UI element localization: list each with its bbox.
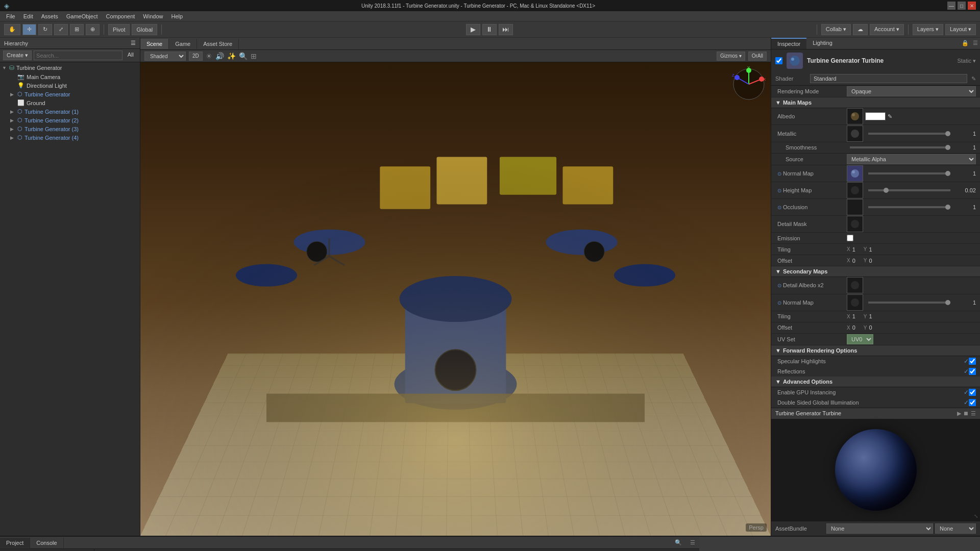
menu-edit[interactable]: Edit (19, 12, 37, 20)
secondary-normal-map-texture-slot[interactable] (847, 294, 863, 311)
occlusion-slider[interactable] (868, 206, 950, 208)
main-maps-header[interactable]: ▼ Main Maps (771, 97, 980, 108)
asset-bundle-variant-select[interactable]: None (935, 523, 976, 534)
collab-button[interactable]: Collab ▾ (821, 24, 851, 35)
preview-zoom-icon[interactable]: ⤡ (974, 513, 978, 519)
all-button[interactable]: OrAll (748, 52, 767, 61)
account-button[interactable]: Account ▾ (870, 24, 904, 35)
albedo-color-swatch[interactable] (865, 112, 886, 120)
hand-tool[interactable]: ✋ (4, 24, 20, 35)
offset-y-value[interactable]: 0 (869, 258, 872, 264)
sec-tiling-x-value[interactable]: 1 (852, 313, 855, 319)
project-search-icon[interactable]: 🔍 (671, 537, 686, 548)
lighting-icon[interactable]: ☀ (206, 52, 212, 60)
tab-project[interactable]: Project (0, 538, 30, 548)
hierarchy-item-turbine-4[interactable]: ▶ ⬡ Turbine Generator (4) (0, 133, 140, 142)
transform-tool[interactable]: ⊕ (86, 24, 100, 35)
hierarchy-item-turbine-2[interactable]: ▶ ⬡ Turbine Generator (2) (0, 116, 140, 124)
reflections-checkbox[interactable] (969, 368, 976, 375)
hierarchy-item-ground[interactable]: ⬜ Ground (0, 98, 140, 107)
smoothness-slider[interactable] (850, 146, 950, 148)
layout-button[interactable]: Layout ▾ (945, 24, 976, 35)
shader-value[interactable]: Standard (810, 74, 967, 83)
scale-tool[interactable]: ⤢ (54, 24, 68, 35)
metallic-texture-slot[interactable] (847, 126, 863, 142)
tiling-y-value[interactable]: 1 (869, 246, 872, 253)
preview-stop-button[interactable]: ⏹ (963, 410, 969, 417)
preview-options-button[interactable]: ☰ (971, 410, 976, 417)
fx-icon[interactable]: ✨ (227, 52, 236, 60)
tab-lighting[interactable]: Lighting (806, 38, 839, 49)
hierarchy-item-main-camera[interactable]: 📷 Main Camera (0, 72, 140, 81)
layers-button[interactable]: Layers ▾ (913, 24, 943, 35)
hierarchy-item-turbine-1[interactable]: ▶ ⬡ Turbine Generator (1) (0, 107, 140, 116)
hierarchy-item-turbine-3[interactable]: ▶ ⬡ Turbine Generator (3) (0, 124, 140, 133)
preview-play-button[interactable]: ▶ (957, 410, 961, 417)
grid-icon[interactable]: ⊞ (251, 52, 257, 60)
move-tool[interactable]: ✛ (22, 24, 36, 35)
hierarchy-item-directional-light[interactable]: 💡 Directional Light (0, 81, 140, 90)
advanced-options-header[interactable]: ▼ Advanced Options (771, 377, 980, 387)
normal-map-texture-slot[interactable] (847, 165, 863, 182)
hierarchy-item-turbine-generator-root[interactable]: ▼ ⛁ Turbine Generator (0, 63, 140, 72)
cloud-button[interactable]: ☁ (853, 24, 868, 35)
step-button[interactable]: ⏭ (499, 24, 513, 35)
menu-window[interactable]: Window (139, 12, 167, 20)
rotate-tool[interactable]: ↻ (38, 24, 52, 35)
menu-file[interactable]: File (2, 12, 19, 20)
detail-mask-texture-slot[interactable] (847, 216, 863, 232)
gizmos-button[interactable]: Gizmos ▾ (717, 52, 745, 61)
height-map-slider[interactable] (868, 189, 950, 191)
sec-tiling-y-value[interactable]: 1 (869, 313, 872, 319)
asset-bundle-select[interactable]: None (826, 523, 933, 534)
gpu-instancing-checkbox[interactable] (969, 389, 976, 396)
inspector-menu-icon[interactable]: ☰ (971, 38, 980, 49)
maximize-button[interactable]: □ (958, 2, 966, 10)
inspector-lock-icon[interactable]: 🔒 (960, 38, 971, 49)
audio-icon[interactable]: 🔊 (215, 52, 224, 60)
uv-set-select[interactable]: UV0 UV1 (847, 334, 873, 344)
hierarchy-search-input[interactable] (34, 51, 122, 60)
hierarchy-all-button[interactable]: All (125, 51, 137, 60)
metallic-slider[interactable] (868, 133, 950, 135)
project-options-icon[interactable]: ☰ (686, 537, 699, 548)
shading-mode-dropdown[interactable]: Shaded Wireframe (144, 52, 186, 61)
2d-toggle[interactable]: 2D (189, 52, 203, 61)
offset-x-value[interactable]: 0 (852, 258, 855, 264)
albedo-edit-icon[interactable]: ✎ (888, 113, 892, 120)
pivot-button[interactable]: Pivot (108, 24, 130, 35)
menu-assets[interactable]: Assets (37, 12, 62, 20)
play-button[interactable]: ▶ (466, 24, 480, 35)
tab-asset-store[interactable]: Asset Store (197, 39, 239, 49)
rendering-mode-select[interactable]: Opaque Transparent Cutout Fade (847, 86, 976, 96)
pause-button[interactable]: ⏸ (482, 24, 497, 35)
specular-highlights-checkbox[interactable] (969, 358, 976, 365)
emission-checkbox[interactable] (847, 235, 853, 241)
sec-offset-x-value[interactable]: 0 (852, 324, 855, 331)
static-label[interactable]: Static ▾ (957, 58, 976, 64)
occlusion-texture-slot[interactable] (847, 199, 863, 215)
menu-gameobject[interactable]: GameObject (62, 12, 102, 20)
double-sided-gi-checkbox[interactable] (969, 399, 976, 406)
tab-game[interactable]: Game (169, 39, 197, 49)
menu-help[interactable]: Help (167, 12, 187, 20)
secondary-normal-slider[interactable] (868, 302, 950, 304)
hierarchy-create-button[interactable]: Create ▾ (3, 51, 32, 60)
search-icon[interactable]: 🔍 (239, 52, 248, 60)
edit-shader-icon[interactable]: ✎ (971, 76, 976, 82)
sec-offset-y-value[interactable]: 0 (869, 324, 872, 331)
tab-inspector[interactable]: Inspector (771, 38, 806, 49)
forward-rendering-header[interactable]: ▼ Forward Rendering Options (771, 345, 980, 356)
scene-viewport[interactable]: X Y Z Persp (140, 62, 771, 536)
tab-scene[interactable]: Scene (140, 39, 169, 49)
hierarchy-item-turbine-generator[interactable]: ▶ ⬡ Turbine Generator (0, 90, 140, 98)
tiling-x-value[interactable]: 1 (852, 246, 855, 253)
global-button[interactable]: Global (132, 24, 157, 35)
scene-gizmo[interactable]: X Y Z (731, 66, 767, 102)
rect-tool[interactable]: ⊞ (70, 24, 84, 35)
object-active-checkbox[interactable] (775, 57, 782, 64)
persp-label[interactable]: Persp (746, 523, 767, 532)
normal-map-slider[interactable] (868, 172, 950, 174)
albedo-texture-slot[interactable] (847, 108, 863, 124)
menu-component[interactable]: Component (102, 12, 139, 20)
